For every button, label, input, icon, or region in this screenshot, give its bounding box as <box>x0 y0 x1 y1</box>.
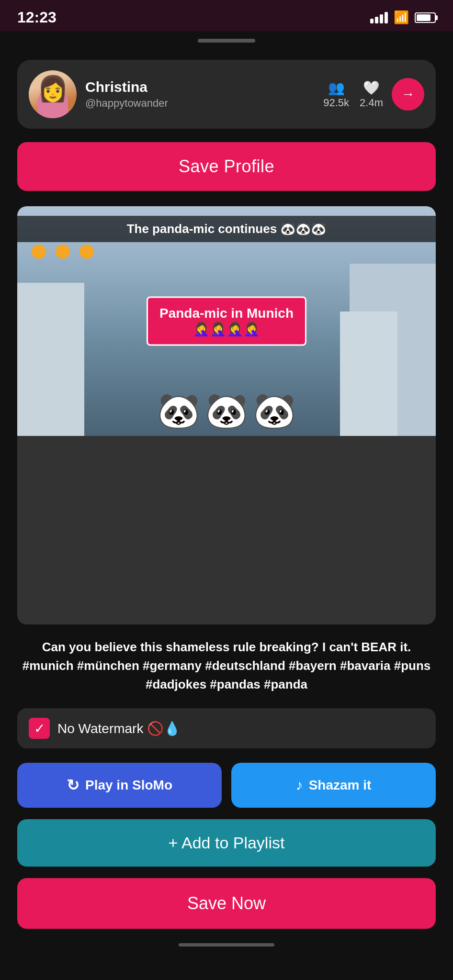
play-slomo-button[interactable]: ↻ Play in SloMo <box>17 763 222 808</box>
home-bar <box>179 943 274 947</box>
profile-arrow-button[interactable]: → <box>392 78 424 111</box>
video-scene: The panda-mic continues 🐼🐼🐼 Panda-mic in… <box>17 206 436 436</box>
pink-label-title: Panda-mic in Munich <box>159 306 294 321</box>
play-slomo-label: Play in SloMo <box>85 778 172 793</box>
lamp-dots <box>32 245 94 259</box>
status-icons: 📶 <box>370 10 436 25</box>
wifi-icon: 📶 <box>394 10 409 25</box>
likes-count: 2.4m <box>360 97 383 109</box>
music-note-icon: ♪ <box>296 777 303 793</box>
add-to-playlist-button[interactable]: + Add to Playlist <box>17 819 436 867</box>
action-buttons-row: ↻ Play in SloMo ♪ Shazam it <box>17 763 436 808</box>
shazam-button[interactable]: ♪ Shazam it <box>231 763 436 808</box>
home-indicator <box>17 938 436 951</box>
followers-icon: 👥 <box>328 80 345 96</box>
play-slomo-inner: ↻ Play in SloMo <box>67 776 172 794</box>
pandas-row: 🐼 🐼 🐼 <box>17 350 436 436</box>
profile-handle: @happytowander <box>85 97 315 110</box>
likes-stat: 🤍 2.4m <box>360 80 383 109</box>
avatar-container <box>29 70 77 118</box>
followers-stat: 👥 92.5k <box>323 80 349 109</box>
checkbox-icon: ✓ <box>29 718 50 739</box>
save-profile-button[interactable]: Save Profile <box>17 142 436 191</box>
followers-count: 92.5k <box>323 97 349 109</box>
status-time: 12:23 <box>17 9 57 26</box>
no-watermark-row[interactable]: ✓ No Watermark 🚫💧 <box>17 708 436 748</box>
video-thumbnail[interactable]: The panda-mic continues 🐼🐼🐼 Panda-mic in… <box>17 206 436 624</box>
status-bar: 12:23 📶 <box>0 0 453 31</box>
add-to-playlist-label: + Add to Playlist <box>169 834 285 852</box>
no-watermark-label: No Watermark 🚫💧 <box>57 721 181 736</box>
profile-info: Christina @happytowander <box>85 79 315 110</box>
video-title-text: The panda-mic continues 🐼🐼🐼 <box>127 222 327 236</box>
profile-card: Christina @happytowander 👥 92.5k 🤍 2.4m … <box>17 60 436 129</box>
main-content: Christina @happytowander 👥 92.5k 🤍 2.4m … <box>0 50 453 980</box>
drag-handle[interactable] <box>198 39 255 43</box>
panda-1: 🐼 <box>157 390 200 431</box>
profile-stats: 👥 92.5k 🤍 2.4m <box>323 80 383 109</box>
video-title-overlay: The panda-mic continues 🐼🐼🐼 <box>17 216 436 242</box>
save-now-button[interactable]: Save Now <box>17 878 436 929</box>
drag-handle-area <box>0 31 453 50</box>
profile-name: Christina <box>85 79 315 95</box>
battery-icon <box>415 12 436 23</box>
description-text: Can you believe this shameless rule brea… <box>17 638 436 694</box>
shazam-label: Shazam it <box>309 778 372 793</box>
pink-label-emoji: 🤦‍♀️🤦‍♀️🤦‍♀️🤦‍♀️ <box>159 321 294 337</box>
slomo-icon: ↻ <box>67 776 79 794</box>
panda-2: 🐼 <box>205 390 248 431</box>
avatar <box>29 70 77 118</box>
panda-3: 🐼 <box>253 390 296 431</box>
pink-label: Panda-mic in Munich 🤦‍♀️🤦‍♀️🤦‍♀️🤦‍♀️ <box>147 297 306 346</box>
signal-icon <box>370 12 388 23</box>
likes-icon: 🤍 <box>363 80 380 96</box>
